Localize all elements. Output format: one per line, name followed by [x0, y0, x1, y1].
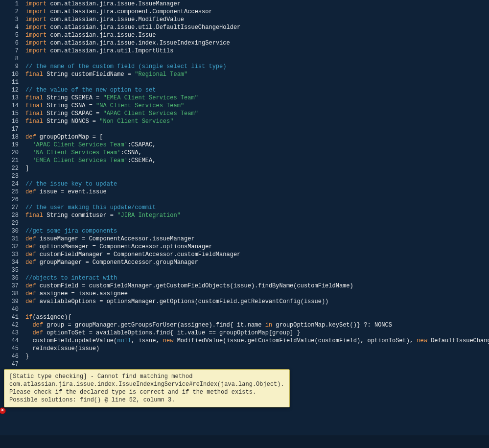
- code-line[interactable]: final String NONCS = "Non Client Service…: [25, 118, 489, 125]
- line-number: 19: [0, 141, 19, 149]
- token-kw: import: [25, 24, 47, 31]
- token-id: String CSNA =: [43, 102, 96, 109]
- token-id: ModifiedValue(issue.getCustomFieldValue(…: [173, 337, 417, 344]
- token-str: "Non Client Services": [99, 118, 173, 125]
- token-kw: new: [417, 337, 427, 344]
- code-line[interactable]: def group = groupManager.getGroupsForUse…: [25, 321, 489, 329]
- code-line[interactable]: def issueManger = ComponentAccessor.issu…: [25, 235, 489, 243]
- code-line[interactable]: // the user making this update/commit: [25, 204, 489, 212]
- code-area[interactable]: 1234567891011121314151617181920212223242…: [0, 0, 489, 392]
- line-number: 2: [0, 8, 19, 16]
- code-line[interactable]: // the issue key to update: [25, 180, 489, 188]
- code-line[interactable]: import com.atlassian.jira.issue.Modified…: [25, 16, 489, 24]
- token-str: "JIRA Integration": [117, 212, 181, 219]
- code-line[interactable]: import com.atlassian.jira.issue.IssueMan…: [25, 0, 489, 8]
- code-content[interactable]: import com.atlassian.jira.issue.IssueMan…: [23, 0, 489, 392]
- code-line[interactable]: if(assignee){: [25, 313, 489, 321]
- token-id: String commituser =: [43, 212, 117, 219]
- code-line[interactable]: [25, 78, 489, 86]
- code-line[interactable]: [25, 306, 489, 313]
- code-line[interactable]: 'NA Client Services Team':CSNA,: [25, 149, 489, 157]
- line-number: 13: [0, 94, 19, 102]
- token-str: "NA Client Services Team": [96, 102, 184, 109]
- code-line[interactable]: import com.atlassian.jira.component.Comp…: [25, 8, 489, 16]
- code-line[interactable]: def availableOptions = optionsManager.ge…: [25, 298, 489, 306]
- line-number: 30: [0, 227, 19, 235]
- line-number: 46: [0, 353, 19, 360]
- token-id: issue = event.issue: [36, 189, 107, 195]
- code-line[interactable]: import com.atlassian.jira.issue.util.Def…: [25, 24, 489, 31]
- token-id: ]: [25, 165, 29, 172]
- code-line[interactable]: [25, 125, 489, 133]
- tooltip-line: Possible solutions: find() @ line 52, co…: [9, 396, 284, 404]
- code-line[interactable]: def optionToSet = availableOptions.find{…: [25, 329, 489, 337]
- token-kw: def: [25, 189, 36, 195]
- line-number: 44: [0, 337, 19, 345]
- tooltip-line: com.atlassian.jira.issue.index.IssueInde…: [9, 380, 284, 388]
- token-id: com.atlassian.jira.util.ImportUtils: [47, 47, 173, 54]
- token-id: , issue,: [131, 337, 163, 344]
- code-line[interactable]: def optionsManager = ComponentAccessor.o…: [25, 243, 489, 251]
- code-line[interactable]: def issue = event.issue: [25, 188, 489, 196]
- code-line[interactable]: 'APAC Client Services Team':CSAPAC,: [25, 141, 489, 149]
- line-number: 24: [0, 180, 19, 188]
- line-number: 10: [0, 71, 19, 78]
- error-marker-icon[interactable]: ×: [0, 407, 6, 414]
- line-number: 21: [0, 157, 19, 165]
- code-line[interactable]: final String customFieldName = "Regional…: [25, 71, 489, 78]
- code-line[interactable]: //objects to interact with: [25, 274, 489, 282]
- line-number: 45: [0, 345, 19, 353]
- token-cmt: // the user making this update/commit: [25, 204, 156, 211]
- code-line[interactable]: //get some jira components: [25, 227, 489, 235]
- token-cmt: // the value of the new option to set: [25, 87, 156, 94]
- code-line[interactable]: [25, 219, 489, 227]
- code-line[interactable]: def groupOptionMap = [: [25, 133, 489, 141]
- line-number: 12: [0, 86, 19, 94]
- code-line[interactable]: [25, 196, 489, 204]
- token-id: String NONCS =: [43, 118, 99, 125]
- code-line[interactable]: def customField = customFieldManager.get…: [25, 282, 489, 290]
- line-number: 18: [0, 133, 19, 141]
- code-line[interactable]: import com.atlassian.jira.util.ImportUti…: [25, 47, 489, 55]
- token-id: (assignee){: [32, 314, 71, 321]
- token-id: String customFieldName =: [43, 71, 135, 78]
- token-id: customField = customFieldManager.getCust…: [36, 283, 353, 289]
- token-kw: def: [25, 236, 36, 242]
- code-line[interactable]: [25, 266, 489, 274]
- code-line[interactable]: def customFieldManager = ComponentAccess…: [25, 251, 489, 259]
- code-line[interactable]: // the name of the custom field (single …: [25, 63, 489, 71]
- token-str: "APAC Client Services Team": [103, 110, 198, 117]
- tooltip-line: [Static type checking] - Cannot find mat…: [9, 373, 284, 380]
- code-line[interactable]: [25, 172, 489, 180]
- code-line[interactable]: 'EMEA Client Services Team':CSEMEA,: [25, 157, 489, 165]
- code-editor[interactable]: 1234567891011121314151617181920212223242…: [0, 0, 489, 448]
- token-id: DefaultIssueChangeHolder()): [427, 337, 489, 344]
- code-line[interactable]: }: [25, 353, 489, 360]
- token-id: com.atlassian.jira.issue.index.IssueInde…: [47, 40, 230, 47]
- token-cmt: //get some jira components: [25, 228, 117, 235]
- code-line[interactable]: reIndexIssue(issue): [25, 345, 489, 353]
- token-id: :CSAPAC,: [128, 141, 156, 148]
- code-line[interactable]: ]: [25, 165, 489, 172]
- line-number: 40: [0, 306, 19, 313]
- line-number: 47: [0, 360, 19, 368]
- code-line[interactable]: customField.updateValue(null, issue, new…: [25, 337, 489, 345]
- code-line[interactable]: import com.atlassian.jira.issue.Issue: [25, 31, 489, 39]
- token-id: String CSAPAC =: [43, 110, 103, 117]
- code-line[interactable]: def groupManager = ComponentAccessor.gro…: [25, 259, 489, 266]
- code-line[interactable]: [25, 55, 489, 63]
- token-kw: import: [25, 0, 47, 7]
- code-line[interactable]: final String commituser = "JIRA Integrat…: [25, 212, 489, 219]
- token-kw: def: [25, 134, 36, 141]
- code-line[interactable]: final String CSAPAC = "APAC Client Servi…: [25, 110, 489, 118]
- code-line[interactable]: final String CSNA = "NA Client Services …: [25, 102, 489, 110]
- code-line[interactable]: final String CSEMEA = "EMEA Client Servi…: [25, 94, 489, 102]
- token-kw: new: [163, 337, 174, 344]
- code-line[interactable]: def assignee = issue.assignee: [25, 290, 489, 298]
- code-line[interactable]: // the value of the new option to set: [25, 86, 489, 94]
- token-kw: import: [25, 8, 47, 15]
- code-line[interactable]: import com.atlassian.jira.issue.index.Is…: [25, 39, 489, 47]
- line-number: 1: [0, 0, 19, 8]
- code-line[interactable]: [25, 360, 489, 368]
- token-id: :CSEMEA,: [128, 157, 156, 164]
